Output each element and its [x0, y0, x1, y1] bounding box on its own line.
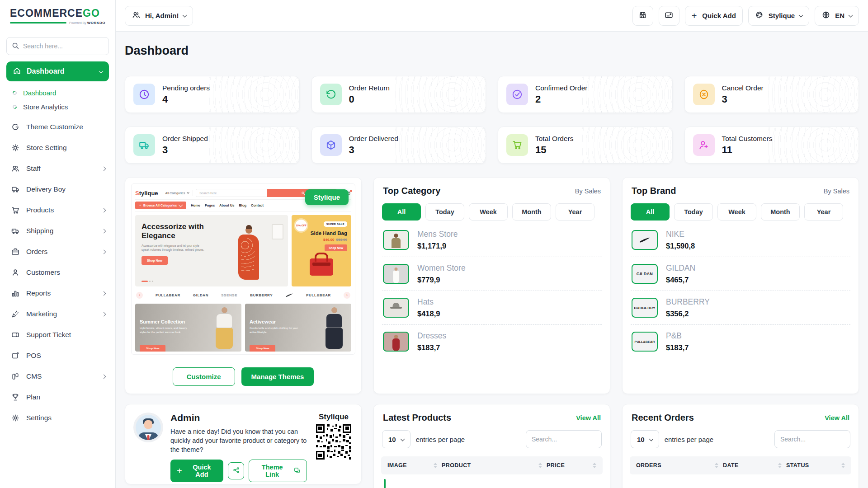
brand-sales-value: $183,7 [666, 343, 689, 352]
sidebar-item-orders[interactable]: Orders [6, 241, 109, 262]
admin-card: Admin Have a nice day! Did you know that… [125, 404, 362, 484]
theme-link-button[interactable]: Theme Link [249, 460, 307, 482]
column-header-image[interactable]: IMAGE [387, 462, 437, 469]
storefront-nav-link: Blog [239, 203, 246, 207]
admin-name: Admin [170, 413, 307, 423]
browse-categories-button: ≡ Browse All Categories [135, 202, 186, 209]
sidebar-item-label: Staff [26, 164, 41, 173]
gildan-logo: GILDAN [632, 264, 658, 284]
sidebar-item-plan[interactable]: Plan [6, 387, 109, 408]
sidebar-subitem-dashboard[interactable]: Dashboard [6, 86, 109, 100]
plus-icon: + [692, 11, 697, 20]
table-search-input[interactable] [774, 430, 850, 448]
sidebar-subitem-label: Dashboard [23, 89, 56, 97]
sidebar-item-support-ticket[interactable]: Support Ticket [6, 324, 109, 345]
brand-name: NIKE [666, 230, 695, 239]
tab-month[interactable]: Month [761, 203, 800, 221]
sidebar-item-reports[interactable]: Reports [6, 283, 109, 304]
sidebar-item-cms[interactable]: CMS [6, 366, 109, 387]
quick-add-button[interactable]: + Quick Add [685, 6, 743, 26]
sidebar-item-label: Marketing [26, 310, 57, 318]
chevron-right-icon [102, 312, 106, 316]
by-sales-label: By Sales [824, 188, 849, 195]
palette-icon [755, 10, 764, 21]
table-search-input[interactable] [526, 430, 602, 448]
sidebar-item-customers[interactable]: Customers [6, 262, 109, 283]
admin-menu-button[interactable]: Hi, Admin! [125, 6, 193, 26]
storefront-button[interactable] [632, 6, 653, 26]
sidebar-item-dashboard[interactable]: Dashboard [6, 61, 109, 81]
tile-model-figure [212, 307, 236, 351]
brand-logo-underline: Powered By WORKDO [10, 21, 105, 25]
page-content: Dashboard Pending orders4 Order Return0 … [116, 32, 868, 488]
chevron-right-icon [102, 374, 106, 379]
tab-week[interactable]: Week [717, 203, 756, 221]
brand-sales-value: $465,7 [666, 276, 695, 284]
sidebar-item-shipping[interactable]: Shipping [6, 221, 109, 241]
stat-label: Confirmed Order [535, 84, 587, 92]
column-header-orders[interactable]: ORDERS [636, 462, 718, 469]
tab-today[interactable]: Today [425, 203, 464, 221]
quick-add-button[interactable]: +Quick Add [170, 460, 223, 482]
sidebar-item-label: Plan [26, 393, 40, 401]
entries-per-page-select[interactable]: 10 [631, 430, 659, 448]
tab-today[interactable]: Today [674, 203, 713, 221]
sort-icon [593, 463, 596, 468]
sort-icon [715, 463, 718, 468]
quick-add-label: Quick Add [187, 464, 217, 478]
sidebar-item-marketing[interactable]: Marketing [6, 304, 109, 324]
sidebar-item-label: Orders [26, 248, 47, 256]
sidebar-subitem-store-analytics[interactable]: Store Analytics [6, 100, 109, 114]
table-controls: 10 entries per page [382, 430, 602, 448]
stat-card-order-delivered: Order Delivered3 [311, 127, 486, 164]
column-header-price[interactable]: PRICE [547, 462, 596, 469]
entries-per-page-select[interactable]: 10 [382, 430, 410, 448]
column-header-date[interactable]: DATE [723, 462, 782, 469]
card-header: Latest Products View All [383, 413, 601, 423]
middle-row: Stylique Stylique All Categories Search … [125, 177, 859, 394]
user-plus-icon [693, 134, 715, 156]
sidebar-item-pos[interactable]: POS [6, 345, 109, 366]
view-all-link[interactable]: View All [576, 414, 601, 422]
column-header-status[interactable]: STATUS [786, 462, 845, 469]
card-button[interactable] [659, 6, 679, 26]
category-sales-value: $779,9 [417, 276, 466, 284]
list-item: PULL&BEAR P&B$183,7 [631, 325, 850, 358]
bullet-ring-icon [12, 90, 18, 96]
column-header-product[interactable]: PRODUCT [442, 462, 542, 469]
tab-month[interactable]: Month [512, 203, 551, 221]
table-row [381, 480, 603, 488]
tab-year[interactable]: Year [556, 203, 594, 221]
sidebar-item-theme-customize[interactable]: Theme Customize [6, 117, 109, 137]
top-category-tabs: All Today Week Month Year [382, 203, 602, 221]
sidebar-item-settings[interactable]: Settings [6, 408, 109, 428]
sidebar-item-delivery-boy[interactable]: Delivery Boy [6, 179, 109, 200]
chevron-down-icon [799, 13, 803, 18]
sidebar-item-products[interactable]: Products [6, 200, 109, 221]
cart-badge-dot [350, 190, 352, 192]
tab-week[interactable]: Week [469, 203, 508, 221]
sidebar-search-input[interactable] [6, 37, 109, 55]
storefront-category-select: All Categories [161, 190, 193, 196]
stat-value: 11 [722, 144, 773, 156]
top-brand-list: NIKE$1,590,8 GILDAN GILDAN$465,7 BURBERR… [631, 223, 850, 358]
card-title: Top Category [383, 186, 440, 196]
sidebar-item-label: Support Ticket [26, 331, 71, 339]
tab-year[interactable]: Year [804, 203, 843, 221]
manage-themes-button[interactable]: Manage Themes [241, 367, 314, 386]
theme-badge: Stylique [305, 189, 349, 205]
sidebar-item-store-setting[interactable]: Store Setting [6, 137, 109, 158]
card-title: Latest Products [383, 413, 451, 423]
sidebar-item-staff[interactable]: Staff [6, 158, 109, 179]
chevron-down-icon [649, 436, 653, 441]
card-header: Recent Orders View All [632, 413, 849, 423]
tab-all[interactable]: All [382, 203, 421, 221]
theme-selector-button[interactable]: Stylique [748, 6, 809, 26]
view-all-link[interactable]: View All [825, 414, 849, 422]
stat-label: Total Orders [535, 135, 573, 143]
customize-button[interactable]: Customize [173, 367, 235, 386]
share-button[interactable] [228, 462, 244, 479]
tile-shop-now-button: Shop Now [250, 345, 275, 352]
language-selector-button[interactable]: EN [815, 6, 859, 26]
tab-all[interactable]: All [631, 203, 670, 221]
